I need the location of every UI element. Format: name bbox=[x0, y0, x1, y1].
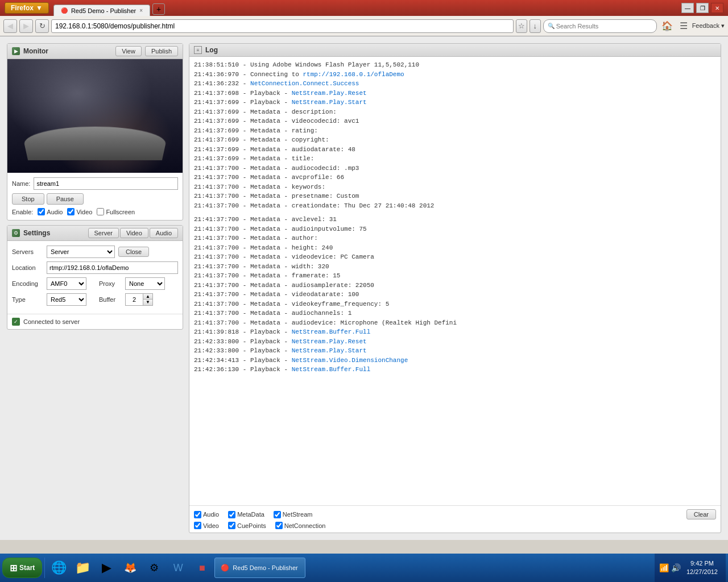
back-button[interactable]: ◀ bbox=[3, 19, 17, 33]
log-title: Log bbox=[205, 46, 716, 54]
log-link[interactable]: NetConnection.Connect.Success bbox=[250, 80, 359, 87]
log-link[interactable]: NetStream.Play.Start bbox=[292, 99, 367, 106]
pause-button[interactable]: Pause bbox=[47, 193, 84, 205]
taskbar-firefox-icon[interactable]: 🦊 bbox=[119, 556, 142, 579]
firefox-menu-button[interactable]: Firefox ▼ bbox=[5, 2, 49, 14]
start-button[interactable]: ⊞ Start bbox=[2, 558, 42, 578]
new-tab-button[interactable]: + bbox=[152, 3, 165, 15]
metadata-filter-checkbox[interactable] bbox=[228, 511, 235, 518]
log-entry: 21:42:33:800 - Playback - NetStream.Play… bbox=[194, 346, 716, 356]
taskbar-app-favicon: 🔴 bbox=[221, 564, 229, 572]
taskbar: ⊞ Start 🌐 📁 ▶ 🦊 ⚙ W ■ 🔴 Red5 Demo - Publ… bbox=[0, 554, 728, 582]
fullscreen-checkbox[interactable] bbox=[97, 208, 104, 215]
buffer-down-button[interactable]: ▼ bbox=[143, 300, 152, 305]
log-entry: 21:41:37:700 - Metadata - author: bbox=[194, 234, 716, 243]
taskbar-ie-icon[interactable]: 🌐 bbox=[47, 556, 70, 579]
log-link[interactable]: rtmp://192.168.0.1/oflaDemo bbox=[303, 71, 404, 78]
proxy-select[interactable]: None bbox=[125, 277, 165, 290]
monitor-panel-title: Monitor bbox=[23, 47, 112, 55]
encoding-select[interactable]: AMF0 bbox=[47, 277, 86, 290]
log-entry: 21:41:37:700 - Metadata - audioinputvolu… bbox=[194, 225, 716, 234]
tab-close-button[interactable]: × bbox=[139, 7, 143, 14]
type-row: Type Red5 Buffer ▲ ▼ bbox=[12, 293, 178, 306]
firefox-dropdown-icon: ▼ bbox=[36, 4, 43, 12]
browser-titlebar: Firefox ▼ 🔴 Red5 Demo - Publisher × + — … bbox=[0, 0, 728, 16]
video-checkbox[interactable] bbox=[67, 208, 75, 215]
url-bar[interactable] bbox=[51, 19, 514, 33]
audio-tab[interactable]: Audio bbox=[150, 228, 178, 238]
taskbar-media-icon[interactable]: ▶ bbox=[95, 556, 118, 579]
audio-filter-label-text: Audio bbox=[203, 511, 219, 518]
buffer-input[interactable] bbox=[126, 294, 143, 305]
log-link[interactable]: NetStream.Play.Reset bbox=[292, 338, 367, 345]
stop-button[interactable]: Stop bbox=[12, 193, 44, 205]
taskbar-browser-app[interactable]: 🔴 Red5 Demo - Publisher bbox=[214, 558, 305, 578]
volume-tray-icon[interactable]: 🔊 bbox=[671, 563, 681, 572]
log-entry: 21:41:37:699 - Metadata - videocodecid: … bbox=[194, 117, 716, 126]
netstream-filter-checkbox[interactable] bbox=[274, 511, 281, 518]
log-link[interactable]: NetStream.Play.Reset bbox=[292, 90, 367, 97]
log-entry: 21:41:37:699 - Metadata - rating: bbox=[194, 126, 716, 136]
log-content: 21:38:51:510 - Using Adobe Windows Flash… bbox=[189, 57, 721, 505]
log-link[interactable]: NetStream.Buffer.Full bbox=[292, 366, 371, 373]
taskbar-red5-icon[interactable]: ■ bbox=[191, 556, 213, 579]
location-label: Location bbox=[12, 264, 43, 271]
log-blank bbox=[194, 210, 716, 215]
forward-button[interactable]: ▶ bbox=[19, 19, 33, 33]
windows-orb: ⊞ bbox=[10, 563, 17, 573]
view-button[interactable]: View bbox=[115, 46, 142, 56]
cuepoints-filter-checkbox[interactable] bbox=[228, 522, 235, 529]
log-link[interactable]: NetStream.Video.DimensionChange bbox=[292, 357, 408, 364]
system-tray: 📶 🔊 9:42 PM 12/27/2012 bbox=[655, 554, 726, 582]
taskbar-tools-icon[interactable]: ⚙ bbox=[143, 556, 166, 579]
server-tab[interactable]: Server bbox=[88, 228, 119, 238]
audio-filter-checkbox[interactable] bbox=[194, 511, 201, 518]
location-input[interactable] bbox=[47, 261, 178, 274]
settings-content: Servers Server Close Location Encoding A… bbox=[7, 241, 183, 314]
refresh-button[interactable]: ↻ bbox=[35, 19, 49, 33]
server-select[interactable]: Server bbox=[47, 246, 115, 258]
audio-checkbox-label: Audio bbox=[38, 208, 63, 215]
type-select[interactable]: Red5 bbox=[47, 293, 86, 306]
taskbar-app-label: Red5 Demo - Publisher bbox=[233, 564, 297, 571]
network-tray-icon[interactable]: 📶 bbox=[659, 563, 669, 572]
buffer-up-button[interactable]: ▲ bbox=[143, 294, 152, 300]
taskbar-folder-icon[interactable]: 📁 bbox=[71, 556, 94, 579]
video-filter-checkbox[interactable] bbox=[194, 522, 201, 529]
name-row: Name: bbox=[12, 177, 178, 190]
buffer-arrows: ▲ ▼ bbox=[143, 294, 152, 305]
active-tab[interactable]: 🔴 Red5 Demo - Publisher × bbox=[53, 5, 150, 16]
monitor-controls: Name: Stop Pause Enable: Audio Video bbox=[7, 173, 183, 220]
taskbar-word-icon[interactable]: W bbox=[167, 556, 189, 579]
home-button[interactable]: 🏠 bbox=[659, 19, 675, 32]
bookmark-star-button[interactable]: ☆ bbox=[516, 19, 527, 33]
log-entry: 21:41:37:700 - Metadata - keywords: bbox=[194, 182, 716, 192]
clear-log-button[interactable]: Clear bbox=[686, 509, 716, 519]
cuepoints-filter-label: CuePoints bbox=[228, 522, 266, 529]
minimize-button[interactable]: — bbox=[681, 3, 694, 13]
log-entry: 21:41:37:699 - Metadata - copyright: bbox=[194, 135, 716, 145]
stream-name-input[interactable] bbox=[34, 177, 178, 190]
audio-checkbox[interactable] bbox=[38, 208, 45, 215]
settings-panel-header: ⚙ Settings Server Video Audio bbox=[7, 226, 183, 241]
buffer-label: Buffer bbox=[99, 296, 122, 303]
proxy-label: Proxy bbox=[99, 280, 122, 287]
log-link[interactable]: NetStream.Play.Start bbox=[292, 347, 367, 354]
log-entry: 21:41:37:700 - Metadata - presetname: Cu… bbox=[194, 192, 716, 201]
netconnection-filter-checkbox[interactable] bbox=[275, 522, 283, 529]
log-entry: 21:41:37:700 - Metadata - audiosamplerat… bbox=[194, 281, 716, 290]
bookmarks-button[interactable]: ☰ bbox=[677, 19, 690, 32]
log-entry: 21:41:37:700 - Metadata - framerate: 15 bbox=[194, 271, 716, 281]
taskbar-divider bbox=[44, 558, 45, 578]
video-tab[interactable]: Video bbox=[120, 228, 148, 238]
search-input[interactable] bbox=[543, 19, 657, 33]
feedback-button[interactable]: Feedback ▾ bbox=[692, 22, 725, 30]
publish-button[interactable]: Publish bbox=[145, 46, 178, 56]
close-button[interactable]: ✕ bbox=[711, 3, 723, 13]
close-server-button[interactable]: Close bbox=[118, 247, 149, 257]
left-panel: ▶ Monitor View Publish Name: Stop Pause … bbox=[7, 43, 183, 533]
restore-button[interactable]: ❐ bbox=[696, 3, 709, 13]
netconnection-filter-label: NetConnection bbox=[275, 522, 326, 529]
bookmark-icon[interactable]: ↓ bbox=[530, 19, 541, 33]
log-link[interactable]: NetStream.Buffer.Full bbox=[292, 329, 371, 335]
